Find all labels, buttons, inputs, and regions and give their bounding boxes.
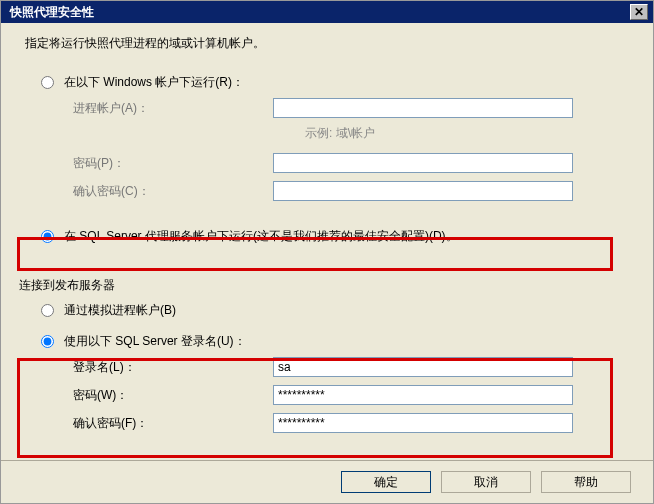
windows-account-radio-row: 在以下 Windows 帐户下运行(R)： xyxy=(41,74,635,91)
impersonate-radio-row: 通过模拟进程帐户(B) xyxy=(41,302,635,319)
password-input[interactable] xyxy=(273,153,573,173)
windows-account-label: 在以下 Windows 帐户下运行(R)： xyxy=(64,74,244,91)
example-text: 示例: 域\帐户 xyxy=(305,125,635,142)
confirm-password-input[interactable] xyxy=(273,181,573,201)
button-bar: 确定 取消 帮助 xyxy=(1,460,653,503)
help-button[interactable]: 帮助 xyxy=(541,471,631,493)
windows-account-radio[interactable] xyxy=(41,76,54,89)
publisher-section-title: 连接到发布服务器 xyxy=(19,277,635,294)
sql-login-radio[interactable] xyxy=(41,335,54,348)
sqlserver-agent-label: 在 SQL Server 代理服务帐户下运行(这不是我们推荐的最佳安全配置)(D… xyxy=(64,228,458,245)
sql-login-radio-row: 使用以下 SQL Server 登录名(U)： xyxy=(41,333,635,350)
title-text: 快照代理安全性 xyxy=(10,4,94,21)
pub-confirm-password-input[interactable] xyxy=(273,413,573,433)
login-name-input[interactable] xyxy=(273,357,573,377)
pub-password-input[interactable] xyxy=(273,385,573,405)
close-icon: ✕ xyxy=(634,5,644,19)
login-name-label: 登录名(L)： xyxy=(73,359,273,376)
sqlserver-agent-radio[interactable] xyxy=(41,230,54,243)
content-area: 指定将运行快照代理进程的域或计算机帐户。 在以下 Windows 帐户下运行(R… xyxy=(1,23,653,460)
instruction-text: 指定将运行快照代理进程的域或计算机帐户。 xyxy=(25,35,635,52)
confirm-password-label: 确认密码(C)： xyxy=(73,183,273,200)
pub-password-label: 密码(W)： xyxy=(73,387,273,404)
sqlserver-agent-radio-row: 在 SQL Server 代理服务帐户下运行(这不是我们推荐的最佳安全配置)(D… xyxy=(41,228,635,245)
titlebar: 快照代理安全性 ✕ xyxy=(1,1,653,23)
ok-button[interactable]: 确定 xyxy=(341,471,431,493)
pub-confirm-password-label: 确认密码(F)： xyxy=(73,415,273,432)
dialog: 快照代理安全性 ✕ 指定将运行快照代理进程的域或计算机帐户。 在以下 Windo… xyxy=(0,0,654,504)
sql-login-label: 使用以下 SQL Server 登录名(U)： xyxy=(64,333,246,350)
close-button[interactable]: ✕ xyxy=(630,4,648,20)
impersonate-label: 通过模拟进程帐户(B) xyxy=(64,302,176,319)
cancel-button[interactable]: 取消 xyxy=(441,471,531,493)
password-label: 密码(P)： xyxy=(73,155,273,172)
impersonate-radio[interactable] xyxy=(41,304,54,317)
process-account-label: 进程帐户(A)： xyxy=(73,100,273,117)
process-account-input[interactable] xyxy=(273,98,573,118)
